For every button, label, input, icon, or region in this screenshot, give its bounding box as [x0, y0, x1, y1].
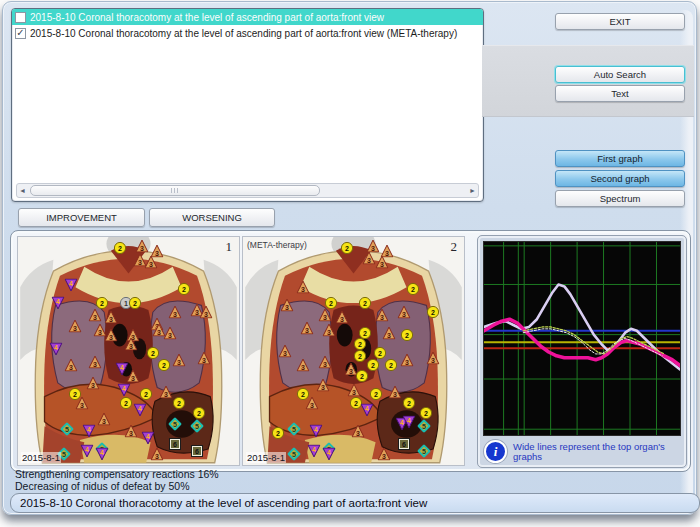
svg-text:4: 4	[122, 385, 126, 392]
first-graph-button[interactable]: First graph	[555, 150, 685, 167]
improvement-button[interactable]: IMPROVEMENT	[18, 208, 145, 227]
marker-square-6: 6	[191, 445, 204, 458]
svg-text:2: 2	[363, 300, 367, 307]
svg-text:2: 2	[358, 341, 362, 348]
marker-triangle-up-3: 3	[316, 379, 329, 392]
svg-text:3: 3	[155, 452, 159, 459]
list-item[interactable]: 2015-8-10 Coronal thoracotomy at the lev…	[12, 9, 483, 25]
svg-text:2: 2	[407, 400, 411, 407]
marker-triangle-up-3: 3	[89, 308, 102, 321]
marker-triangle-up-3: 3	[104, 310, 117, 323]
svg-text:4: 4	[327, 448, 331, 455]
marker-square-6: 6	[398, 438, 411, 451]
status-line-2: Decreasing of nidus of defeat by 50%	[15, 480, 190, 492]
marker-circle-2: 2	[120, 397, 133, 410]
scroll-right-icon[interactable]: ►	[467, 184, 478, 197]
svg-text:2: 2	[162, 361, 166, 368]
svg-text:3: 3	[394, 391, 398, 398]
marker-triangle-up-3: 3	[382, 326, 395, 339]
svg-text:3: 3	[98, 329, 102, 336]
text-button[interactable]: Text	[555, 85, 685, 102]
svg-text:3: 3	[204, 311, 208, 318]
svg-text:3: 3	[352, 388, 356, 395]
svg-text:2: 2	[100, 300, 104, 307]
marker-circle-2: 2	[157, 358, 170, 371]
info-icon: i	[484, 440, 507, 463]
svg-text:6: 6	[402, 441, 406, 448]
svg-text:3: 3	[157, 329, 161, 336]
results-list[interactable]: 2015-8-10 Coronal thoracotomy at the lev…	[11, 8, 484, 202]
graph-note-text: Wide lines represent the top organ's gra…	[513, 442, 682, 462]
anatomy-image-1[interactable]: 2333342421233333333333343233233433432222…	[17, 236, 240, 466]
marker-triangle-up-3: 3	[98, 413, 111, 426]
svg-text:2: 2	[182, 286, 186, 293]
scrollbar-thumb[interactable]	[30, 185, 320, 196]
list-item-label: 2015-8-10 Coronal thoracotomy at the lev…	[30, 28, 457, 39]
marker-triangle-up-3: 3	[168, 306, 181, 319]
marker-triangle-up-3: 3	[427, 351, 440, 364]
svg-text:6: 6	[173, 441, 177, 448]
svg-text:3: 3	[405, 359, 409, 366]
svg-text:3: 3	[91, 382, 95, 389]
marker-triangle-up-3: 3	[336, 310, 349, 323]
marker-triangle-up-3: 3	[124, 338, 137, 351]
svg-text:5: 5	[422, 423, 426, 430]
spectrum-button[interactable]: Spectrum	[555, 190, 685, 207]
auto-search-button[interactable]: Auto Search	[555, 66, 685, 83]
marker-triangle-up-3: 3	[278, 345, 291, 358]
marker-diamond-5: 5	[418, 445, 431, 458]
diagnostic-markers-layer: 2333332322233333323232332223332223233222…	[243, 237, 464, 465]
svg-text:3: 3	[349, 368, 353, 375]
marker-triangle-down-4: 4	[80, 445, 93, 458]
marker-triangle-up-3: 3	[197, 351, 210, 364]
svg-text:2: 2	[354, 400, 358, 407]
marker-triangle-up-3: 3	[126, 370, 139, 383]
marker-triangle-up-3: 3	[301, 322, 314, 335]
svg-text:2: 2	[411, 286, 415, 293]
scroll-left-icon[interactable]: ◄	[17, 184, 28, 197]
marker-triangle-up-3: 3	[398, 306, 411, 319]
svg-text:4: 4	[120, 364, 124, 371]
list-item[interactable]: ✓ 2015-8-10 Coronal thoracotomy at the l…	[12, 25, 483, 41]
marker-circle-2: 2	[272, 427, 285, 440]
svg-text:4: 4	[87, 426, 91, 433]
svg-text:4: 4	[365, 405, 369, 412]
graph-panel: i Wide lines represent the top organ's g…	[477, 235, 687, 468]
svg-text:3: 3	[301, 363, 305, 370]
marker-triangle-up-3: 3	[124, 424, 137, 437]
meta-therapy-label: (META-therapy)	[247, 240, 307, 250]
marker-circle-2: 2	[400, 329, 413, 342]
checkbox-icon[interactable]: ✓	[15, 28, 26, 39]
svg-text:3: 3	[380, 313, 384, 320]
marker-diamond-5: 5	[287, 422, 300, 435]
marker-circle-2: 2	[177, 283, 190, 296]
svg-text:2: 2	[363, 330, 367, 337]
marker-triangle-up-3: 3	[160, 386, 173, 399]
marker-triangle-up-3: 3	[389, 386, 402, 399]
marker-triangle-up-3: 3	[76, 397, 89, 410]
exit-button[interactable]: EXIT	[555, 13, 685, 30]
svg-text:2: 2	[276, 430, 280, 437]
svg-text:3: 3	[323, 313, 327, 320]
svg-text:2: 2	[405, 332, 409, 339]
second-graph-button[interactable]: Second graph	[555, 170, 685, 187]
marker-triangle-up-3: 3	[199, 306, 212, 319]
svg-text:5: 5	[65, 425, 69, 432]
svg-text:3: 3	[177, 359, 181, 366]
marker-triangle-up-3: 3	[65, 358, 78, 371]
checkbox-icon[interactable]	[15, 12, 26, 23]
marker-circle-2: 2	[420, 406, 433, 419]
marker-triangle-up-3: 3	[351, 424, 364, 437]
marker-triangle-down-4: 4	[118, 383, 131, 396]
marker-triangle-up-3: 3	[376, 256, 389, 269]
worsening-button[interactable]: WORSENING	[149, 208, 275, 227]
svg-text:2: 2	[144, 391, 148, 398]
marker-circle-2: 2	[356, 370, 369, 383]
svg-text:3: 3	[431, 357, 435, 364]
footer-title: 2015-8-10 Coronal thoracotomy at the lev…	[20, 497, 427, 509]
svg-text:3: 3	[285, 304, 289, 311]
svg-text:2: 2	[133, 300, 137, 307]
marker-triangle-down-4: 4	[142, 431, 155, 444]
anatomy-image-2[interactable]: 2333332322233333323232332223332223233222…	[242, 236, 465, 466]
horizontal-scrollbar[interactable]: ◄ ►	[16, 183, 479, 198]
